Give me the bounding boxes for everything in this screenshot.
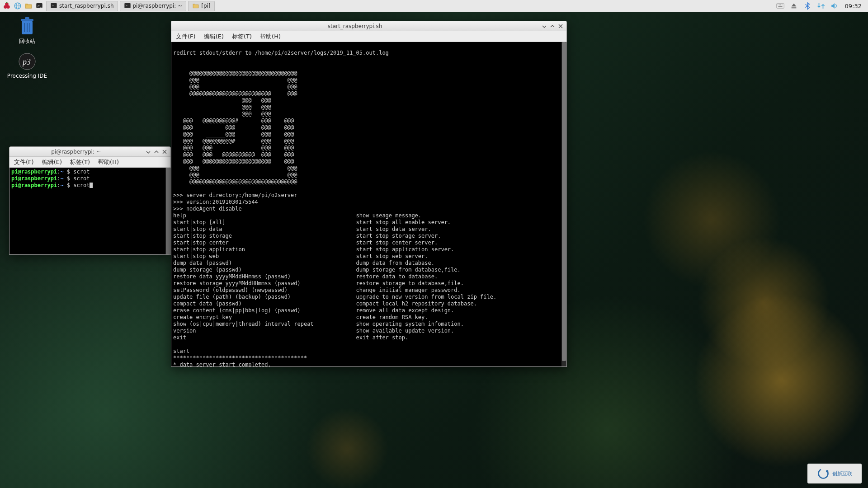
top-panel: >_ >_ start_raspberrypi.sh >_ pi@raspber… [0, 0, 868, 12]
network-icon[interactable] [816, 1, 826, 11]
desktop-processing[interactable]: p3 Processing IDE [5, 52, 50, 79]
menu-help[interactable]: 帮助(H) [260, 33, 281, 41]
terminal-content[interactable]: pi@raspberrypi:~ $ scrot pi@raspberrypi:… [9, 168, 170, 254]
window-title: pi@raspberrypi: ~ [9, 149, 142, 155]
watermark: 创新互联 [807, 464, 862, 483]
desktop-trash[interactable]: 回收站 [9, 16, 45, 45]
svg-rect-13 [778, 5, 778, 5]
file-manager-icon[interactable] [24, 1, 33, 11]
svg-rect-17 [778, 6, 782, 7]
minimize-button[interactable] [541, 23, 547, 29]
terminal-output: redirct stdout/stderr to /home/pi/o2serv… [173, 50, 566, 366]
watermark-icon [817, 467, 830, 480]
window-small-terminal: pi@raspberrypi: ~ 文件(F) 编辑(E) 标签(T) 帮助(H… [9, 146, 171, 255]
svg-text:p3: p3 [22, 57, 31, 66]
menu-file[interactable]: 文件(F) [176, 33, 196, 41]
watermark-text: 创新互联 [832, 470, 852, 477]
menu-edit[interactable]: 编辑(E) [42, 158, 62, 166]
app-menu-icon[interactable] [2, 1, 12, 11]
maximize-button[interactable] [549, 23, 556, 29]
close-button[interactable] [557, 23, 564, 29]
svg-rect-18 [791, 7, 796, 8]
desktop-trash-label: 回收站 [9, 38, 45, 45]
svg-rect-14 [779, 5, 780, 5]
terminal-content[interactable]: redirct stdout/stderr to /home/pi/o2serv… [171, 42, 566, 366]
menu-edit[interactable]: 编辑(E) [204, 33, 224, 41]
svg-point-32 [826, 470, 828, 472]
svg-text:>_: >_ [52, 4, 56, 7]
taskbar-item-label: [pi] [201, 3, 210, 9]
scrollbar[interactable] [561, 42, 566, 366]
window-title: start_raspberrypi.sh [171, 23, 538, 29]
taskbar-item-label: pi@raspberrypi: ~ [133, 3, 183, 9]
bluetooth-icon[interactable] [802, 1, 812, 11]
svg-text:>_: >_ [125, 4, 129, 7]
close-button[interactable] [161, 149, 168, 155]
maximize-button[interactable] [153, 149, 160, 155]
menubar: 文件(F) 编辑(E) 标签(T) 帮助(H) [171, 31, 566, 42]
panel-clock[interactable]: 09:32 [843, 3, 863, 9]
trash-icon [17, 16, 37, 36]
svg-rect-15 [780, 5, 781, 5]
desktop-processing-label: Processing IDE [5, 73, 50, 79]
menu-tabs[interactable]: 标签(T) [70, 158, 90, 166]
keyboard-icon[interactable] [775, 1, 785, 11]
titlebar[interactable]: pi@raspberrypi: ~ [9, 147, 170, 157]
taskbar-item-folder[interactable]: [pi] [188, 1, 214, 11]
eject-icon[interactable] [789, 1, 799, 11]
menubar: 文件(F) 编辑(E) 标签(T) 帮助(H) [9, 157, 170, 168]
window-big-terminal: start_raspberrypi.sh 文件(F) 编辑(E) 标签(T) 帮… [171, 21, 567, 367]
taskbar-item-terminal[interactable]: >_ pi@raspberrypi: ~ [120, 1, 187, 11]
svg-rect-21 [25, 17, 29, 19]
svg-text:>_: >_ [38, 4, 42, 8]
taskbar-item-start-script[interactable]: >_ start_raspberrypi.sh [46, 1, 118, 11]
terminal-icon: >_ [50, 2, 57, 9]
folder-icon [192, 2, 199, 9]
svg-rect-12 [776, 4, 784, 9]
volume-icon[interactable] [830, 1, 840, 11]
processing-icon: p3 [17, 52, 37, 71]
terminal-icon: >_ [124, 2, 131, 9]
menu-help[interactable]: 帮助(H) [98, 158, 119, 166]
minimize-button[interactable] [145, 149, 151, 155]
web-browser-icon[interactable] [13, 1, 23, 11]
titlebar[interactable]: start_raspberrypi.sh [171, 21, 566, 31]
svg-rect-16 [782, 5, 783, 5]
menu-file[interactable]: 文件(F) [14, 158, 34, 166]
svg-point-2 [6, 5, 10, 9]
terminal-launcher-icon[interactable]: >_ [34, 1, 44, 11]
scrollbar[interactable] [165, 168, 170, 254]
menu-tabs[interactable]: 标签(T) [232, 33, 252, 41]
taskbar-item-label: start_raspberrypi.sh [59, 3, 114, 9]
